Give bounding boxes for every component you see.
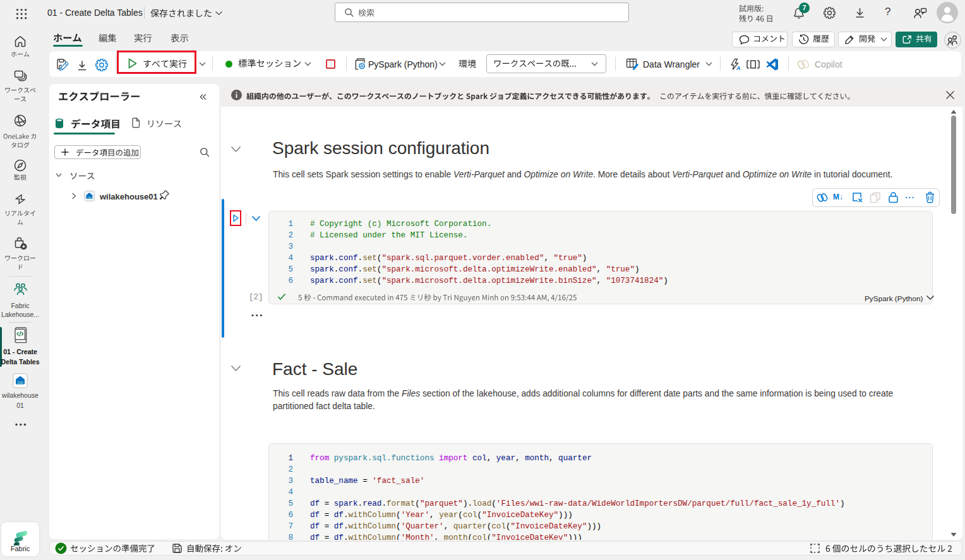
- svg-text:A: A: [736, 65, 741, 71]
